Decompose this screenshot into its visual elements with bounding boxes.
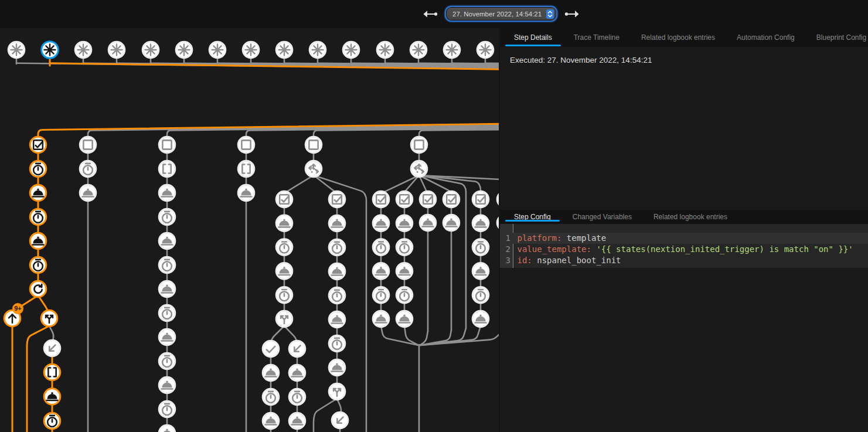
trigger-node[interactable] — [75, 42, 91, 58]
node-brackets[interactable] — [238, 161, 254, 177]
node-dome[interactable] — [472, 215, 489, 232]
node-dome[interactable] — [329, 359, 345, 376]
node-timer[interactable] — [44, 413, 60, 429]
node-checkbox[interactable] — [396, 191, 413, 208]
node-dome[interactable] — [472, 311, 489, 327]
node-repeat[interactable] — [30, 281, 46, 297]
trigger-node[interactable] — [8, 42, 25, 58]
node-dome[interactable] — [373, 215, 389, 232]
trigger-node[interactable] — [243, 42, 259, 58]
node-timer[interactable] — [263, 389, 279, 405]
node-dome[interactable] — [329, 215, 345, 232]
node-checkbox[interactable] — [30, 137, 46, 153]
node-timer[interactable] — [159, 353, 175, 369]
tab-changed-variables[interactable]: Changed Variables — [563, 210, 641, 224]
node-timer[interactable] — [373, 287, 389, 303]
tab-related-logbook-entries[interactable]: Related logbook entries — [632, 28, 724, 47]
node-split[interactable] — [329, 383, 345, 400]
node-timer[interactable] — [80, 161, 96, 177]
trigger-node[interactable] — [209, 42, 226, 58]
node-timer[interactable] — [159, 209, 175, 225]
node-checkbox[interactable] — [329, 191, 345, 208]
node-dome[interactable] — [159, 377, 175, 393]
node-dome[interactable] — [30, 233, 46, 249]
node-dome[interactable] — [159, 185, 175, 201]
node-dome[interactable] — [159, 281, 175, 297]
node-dome[interactable] — [44, 389, 60, 405]
node-timer[interactable] — [396, 287, 413, 303]
node-checkbox[interactable] — [443, 191, 459, 208]
node-dome[interactable] — [30, 185, 46, 201]
node-timer[interactable] — [373, 239, 389, 256]
node-arrowdl[interactable] — [332, 412, 348, 428]
node-dome[interactable] — [373, 263, 389, 280]
node-check[interactable] — [263, 341, 279, 357]
node-arrowdl[interactable] — [44, 340, 60, 356]
node-timer[interactable] — [329, 335, 345, 352]
trigger-node[interactable] — [176, 42, 192, 58]
node-dome[interactable] — [396, 263, 413, 280]
node-timer[interactable] — [276, 239, 292, 256]
node-brackets[interactable] — [159, 161, 175, 177]
tab-automation-config[interactable]: Automation Config — [727, 28, 804, 47]
node-split[interactable] — [41, 310, 57, 326]
tab-step-config[interactable]: Step Config — [505, 210, 560, 224]
node-choose[interactable] — [305, 161, 322, 177]
node-square[interactable] — [238, 137, 254, 153]
step-config-code[interactable]: 1platform: template2value_template: '{{ … — [500, 224, 868, 268]
node-square[interactable] — [411, 137, 427, 153]
node-dome[interactable] — [159, 233, 175, 249]
node-brackets[interactable] — [44, 364, 60, 380]
node-timer[interactable] — [276, 287, 292, 303]
previous-run-icon[interactable] — [422, 9, 440, 19]
node-timer[interactable] — [30, 161, 46, 177]
node-timer[interactable] — [289, 389, 305, 405]
node-timer[interactable] — [329, 287, 345, 304]
node-square[interactable] — [159, 137, 175, 153]
node-dome[interactable] — [396, 215, 413, 232]
node-dome[interactable] — [329, 311, 345, 328]
run-date-select[interactable]: 27. November 2022, 14:54:21 — [447, 8, 556, 20]
node-timer[interactable] — [472, 287, 489, 303]
node-timer[interactable] — [329, 239, 345, 256]
node-dome[interactable] — [396, 311, 413, 327]
node-timer[interactable] — [159, 257, 175, 273]
node-dome[interactable] — [276, 215, 292, 232]
tab-trace-timeline[interactable]: Trace Timeline — [564, 28, 629, 47]
trigger-node[interactable] — [477, 42, 493, 58]
trigger-node[interactable] — [309, 42, 326, 58]
node-dome[interactable] — [443, 215, 459, 231]
trigger-node[interactable] — [142, 42, 159, 58]
node-dome[interactable] — [420, 215, 436, 231]
node-timer[interactable] — [159, 401, 175, 417]
node-checkbox[interactable] — [420, 191, 436, 208]
node-dome[interactable] — [238, 185, 254, 201]
trigger-node[interactable] — [410, 42, 427, 58]
node-dome[interactable] — [159, 425, 175, 432]
node-dome[interactable] — [373, 311, 389, 327]
tab-step-details[interactable]: Step Details — [505, 28, 561, 47]
node-timer[interactable] — [30, 209, 46, 225]
node-split[interactable] — [276, 311, 292, 327]
node-dome[interactable] — [329, 263, 345, 280]
node-dome[interactable] — [263, 365, 279, 381]
node-checkbox[interactable] — [276, 191, 292, 208]
node-dome[interactable] — [289, 413, 305, 429]
node-timer[interactable] — [30, 257, 46, 273]
node-checkbox[interactable] — [373, 191, 389, 208]
node-dome[interactable] — [472, 263, 489, 280]
next-run-icon[interactable] — [563, 9, 580, 19]
node-timer[interactable] — [396, 239, 413, 256]
tab-related-logbook-entries[interactable]: Related logbook entries — [644, 210, 737, 224]
node-timer[interactable] — [472, 239, 489, 256]
node-dome[interactable] — [159, 329, 175, 345]
node-dome[interactable] — [289, 365, 305, 381]
trigger-node[interactable] — [377, 42, 393, 58]
node-choose[interactable] — [411, 161, 427, 177]
trigger-node[interactable] — [108, 42, 125, 58]
node-arrowdl[interactable] — [289, 341, 305, 357]
trigger-node[interactable] — [343, 42, 359, 58]
trigger-node-selected[interactable] — [42, 42, 59, 59]
node-dome[interactable] — [276, 263, 292, 280]
node-dome[interactable] — [80, 185, 96, 201]
